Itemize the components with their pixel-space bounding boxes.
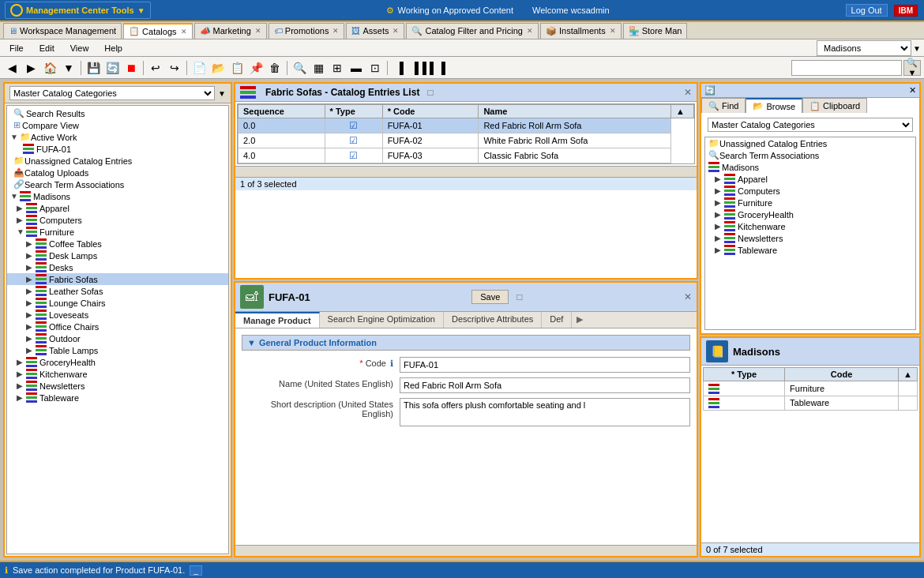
forward-button[interactable]: ▶ bbox=[22, 59, 39, 77]
product-maximize-icon[interactable]: □ bbox=[516, 291, 522, 302]
tab-clipboard[interactable]: 📋 Clipboard bbox=[802, 98, 867, 113]
tree-madisons[interactable]: ▼ Madisons bbox=[7, 190, 228, 202]
tab-assets[interactable]: 🖼 Assets ✕ bbox=[346, 23, 404, 39]
tab-close-installments[interactable]: ✕ bbox=[610, 27, 616, 35]
grid-view-button[interactable]: ⊞ bbox=[329, 59, 346, 77]
tree-office-chairs[interactable]: ▶ Office Chairs bbox=[7, 321, 228, 332]
refresh-button[interactable]: 🔄 bbox=[103, 59, 121, 77]
new-button[interactable]: 📄 bbox=[190, 59, 208, 77]
right-tree-search-term[interactable]: 🔍 Search Term Associations bbox=[705, 149, 915, 161]
tree-newsletters[interactable]: ▶ Newsletters bbox=[7, 380, 228, 392]
table-row-fufa03[interactable]: 4.0 ☑ FUFA-03 Classic Fabric Sofa bbox=[239, 148, 694, 163]
tab-close-catalogs[interactable]: ✕ bbox=[181, 28, 187, 36]
delete-button[interactable]: 🗑 bbox=[266, 59, 284, 77]
back-button[interactable]: ◀ bbox=[3, 59, 21, 77]
tree-outdoor[interactable]: ▶ Outdoor bbox=[7, 332, 228, 344]
right-tree-madisons[interactable]: Madisons bbox=[705, 161, 915, 173]
tab-manage-product[interactable]: Manage Product bbox=[235, 312, 320, 328]
tree-desk-lamps[interactable]: ▶ Desk Lamps bbox=[7, 250, 228, 261]
tab-browse[interactable]: 📂 Browse bbox=[746, 98, 802, 113]
code-input[interactable] bbox=[400, 357, 690, 373]
tab-close-assets[interactable]: ✕ bbox=[393, 27, 399, 35]
tree-tableware[interactable]: ▶ Tableware bbox=[7, 392, 228, 403]
find-button[interactable]: 🔍 bbox=[291, 59, 308, 77]
right-tree-computers[interactable]: ▶ Computers bbox=[705, 185, 915, 197]
right-table-row-tableware[interactable]: Tableware bbox=[704, 396, 918, 411]
right-tree-unassigned[interactable]: 📁 Unassigned Catalog Entries bbox=[705, 137, 915, 149]
menu-edit[interactable]: Edit bbox=[36, 42, 58, 54]
table-row-fufa02[interactable]: 2.0 ☑ FUFA-02 White Fabric Roll Arm Sofa bbox=[239, 133, 694, 148]
tab-promotions[interactable]: 🏷 Promotions ✕ bbox=[269, 23, 345, 39]
section-arrow-icon[interactable]: ▼ bbox=[247, 338, 256, 347]
home-button[interactable]: 🏠 bbox=[41, 59, 58, 77]
store-dropdown[interactable]: Madisons bbox=[817, 40, 911, 56]
tab-marketing[interactable]: 📣 Marketing ✕ bbox=[194, 23, 267, 39]
dropdown-nav-button[interactable]: ▼ bbox=[60, 59, 77, 77]
tree-computers[interactable]: ▶ Computers bbox=[7, 214, 228, 226]
tree-active-work[interactable]: ▼ 📁 Active Work bbox=[7, 131, 228, 143]
right-tree-furniture[interactable]: ▶ Furniture bbox=[705, 197, 915, 208]
right-tree-newsletters[interactable]: ▶ Newsletters bbox=[705, 232, 915, 244]
tab-close-marketing[interactable]: ✕ bbox=[255, 27, 261, 35]
tree-coffee-tables[interactable]: ▶ Coffee Tables bbox=[7, 238, 228, 250]
tab-close-filter[interactable]: ✕ bbox=[527, 27, 533, 35]
catalog-table-scroll[interactable]: Sequence * Type * Code Name ▲ 0.0 ☑ FUFA… bbox=[237, 103, 695, 164]
search-input[interactable] bbox=[791, 60, 902, 76]
tab-find[interactable]: 🔍 Find bbox=[701, 98, 746, 113]
save-button[interactable]: 💾 bbox=[85, 59, 102, 77]
right-tree-tableware[interactable]: ▶ Tableware bbox=[705, 244, 915, 256]
tab-close-promotions[interactable]: ✕ bbox=[332, 27, 339, 35]
close-icon[interactable]: ✕ bbox=[684, 87, 692, 98]
desc-textarea[interactable]: This sofa offers plush comfortable seati… bbox=[400, 398, 690, 426]
tree-apparel[interactable]: ▶ Apparel bbox=[7, 202, 228, 214]
tree-table-lamps[interactable]: ▶ Table Lamps bbox=[7, 344, 228, 356]
name-input[interactable] bbox=[400, 377, 690, 393]
logout-button[interactable]: Log Out bbox=[846, 4, 888, 17]
tree-fabric-sofas[interactable]: ▶ Fabric Sofas bbox=[7, 273, 228, 285]
cell-type-3[interactable]: ☑ bbox=[325, 148, 382, 163]
search-button[interactable]: 🔍▼ bbox=[903, 60, 921, 76]
undo-button[interactable]: ↩ bbox=[147, 59, 164, 77]
right-tree-apparel[interactable]: ▶ Apparel bbox=[705, 173, 915, 185]
left-panel-category-select[interactable]: Master Catalog Categories bbox=[9, 86, 215, 100]
cell-type-2[interactable]: ☑ bbox=[325, 133, 382, 148]
tree-desks[interactable]: ▶ Desks bbox=[7, 261, 228, 273]
tree-loveseats[interactable]: ▶ Loveseats bbox=[7, 309, 228, 321]
code-info-icon[interactable]: ℹ bbox=[390, 358, 393, 368]
tree-search-term[interactable]: 🔗 Search Term Associations bbox=[7, 178, 228, 190]
tab-workspace-management[interactable]: 🖥 Workspace Management bbox=[3, 23, 122, 39]
tree-search-results[interactable]: 🔍 Search Results bbox=[7, 107, 228, 119]
product-save-button[interactable]: Save bbox=[471, 290, 509, 304]
list-view-button[interactable]: ▦ bbox=[310, 59, 327, 77]
tree-kitchenware[interactable]: ▶ Kitchenware bbox=[7, 368, 228, 380]
table-row-fufa01[interactable]: 0.0 ☑ FUFA-01 Red Fabric Roll Arm Sofa bbox=[239, 118, 694, 133]
full-view-button[interactable]: ⊡ bbox=[366, 59, 384, 77]
copy-button[interactable]: 📋 bbox=[228, 59, 246, 77]
tab-more-icon[interactable]: ▶ bbox=[572, 312, 588, 328]
stop-button[interactable]: ⏹ bbox=[122, 59, 140, 77]
maximize-icon[interactable]: □ bbox=[427, 87, 433, 98]
horizontal-scrollbar[interactable] bbox=[235, 166, 697, 177]
tree-furniture[interactable]: ▼ Furniture bbox=[7, 226, 228, 238]
layout-1-button[interactable]: ▐ bbox=[391, 59, 408, 77]
right-table-row-furniture[interactable]: Furniture bbox=[704, 381, 918, 396]
tree-compare-view[interactable]: ⊞ Compare View bbox=[7, 119, 228, 131]
tree-catalog-uploads[interactable]: 📤 Catalog Uploads bbox=[7, 167, 228, 178]
layout-3-button[interactable]: ▌▐ bbox=[429, 59, 446, 77]
right-tree-kitchenware[interactable]: ▶ Kitchenware bbox=[705, 220, 915, 232]
cell-type-1[interactable]: ☑ bbox=[325, 118, 382, 133]
tab-seo[interactable]: Search Engine Optimization bbox=[320, 312, 444, 328]
right-category-select[interactable]: Master Catalog Categories bbox=[708, 118, 913, 132]
tree-leather-sofas[interactable]: ▶ Leather Sofas bbox=[7, 285, 228, 297]
tab-catalogs[interactable]: 📋 Catalogs ✕ bbox=[123, 23, 192, 39]
col-sort[interactable]: ▲ bbox=[670, 105, 693, 118]
menu-view[interactable]: View bbox=[67, 42, 92, 54]
tab-def[interactable]: Def bbox=[542, 312, 572, 328]
paste-button[interactable]: 📌 bbox=[247, 59, 265, 77]
right-top-close-icon[interactable]: ✕ bbox=[909, 85, 916, 96]
tab-descriptive-attrs[interactable]: Descriptive Attributes bbox=[444, 312, 542, 328]
open-button[interactable]: 📂 bbox=[209, 59, 227, 77]
menu-help[interactable]: Help bbox=[101, 42, 126, 54]
menu-file[interactable]: File bbox=[6, 42, 27, 54]
tree-unassigned[interactable]: 📁 Unassigned Catalog Entries bbox=[7, 155, 228, 167]
